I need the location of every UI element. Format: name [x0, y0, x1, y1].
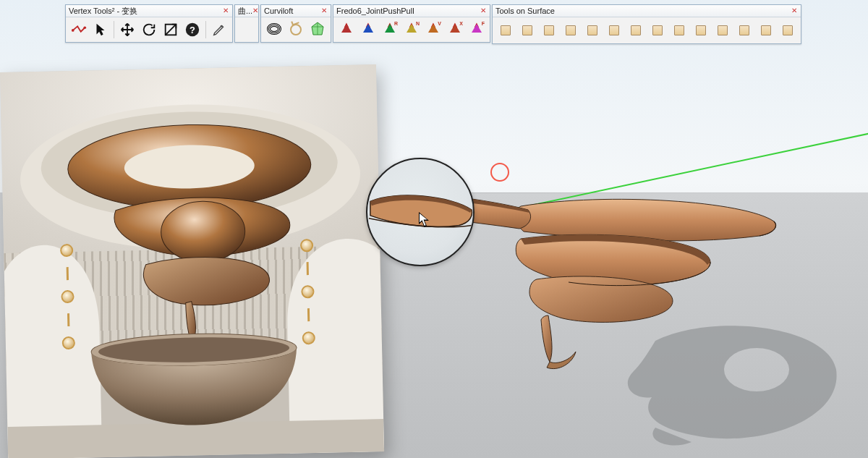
- jpp-normal-icon[interactable]: ▲N: [401, 20, 422, 40]
- separator: [205, 21, 206, 38]
- tos-tool-1-icon[interactable]: [498, 23, 513, 38]
- toolbar-title-label: 曲...: [238, 6, 252, 16]
- polyline-icon[interactable]: [69, 20, 89, 40]
- toolbar-vertex-tools: Vertex Tools² - 变换 ✕ ?: [65, 4, 233, 43]
- tos-tool-12-icon[interactable]: [737, 23, 752, 38]
- svg-text:?: ?: [190, 25, 195, 35]
- close-icon[interactable]: ✕: [320, 7, 328, 14]
- toolbar-title-label: Fredo6_JointPushPull: [336, 6, 414, 16]
- svg-point-0: [72, 29, 75, 32]
- close-icon[interactable]: ✕: [480, 7, 487, 14]
- toolbar-qu: 曲... ✕: [234, 4, 259, 43]
- tos-tool-10-icon[interactable]: [694, 23, 708, 38]
- skin-crystal-icon[interactable]: [307, 20, 328, 40]
- toolbar-curviloft: Curviloft ✕: [260, 4, 331, 43]
- bowl-graphic: [89, 330, 301, 430]
- tos-tool-13-icon[interactable]: [759, 23, 773, 38]
- toolbar-title-qu[interactable]: 曲... ✕: [235, 5, 258, 17]
- jpp-vector-icon[interactable]: ▲R: [380, 20, 400, 40]
- sconce-right: [300, 239, 315, 344]
- loop-loft-icon[interactable]: [286, 20, 306, 40]
- reference-photo-panel[interactable]: [0, 64, 384, 458]
- rotate-icon[interactable]: [139, 20, 159, 40]
- svg-point-1: [83, 26, 86, 29]
- jpp-custom-icon[interactable]: ▲F: [467, 20, 487, 40]
- close-icon[interactable]: ✕: [222, 7, 229, 14]
- tos-tool-11-icon[interactable]: [715, 23, 730, 38]
- tos-tool-2-icon[interactable]: [520, 23, 535, 38]
- tos-tool-7-icon[interactable]: [629, 23, 643, 38]
- jpp-extrude-icon[interactable]: ▲V: [423, 20, 443, 40]
- viewport-3d[interactable]: [0, 0, 868, 458]
- tos-tool-3-icon[interactable]: [542, 23, 556, 38]
- help-icon[interactable]: ?: [182, 20, 203, 40]
- tos-tool-6-icon[interactable]: [607, 23, 621, 38]
- tos-tool-4-icon[interactable]: [563, 23, 578, 38]
- toolbar-title-label: Tools on Surface: [495, 6, 555, 16]
- nested-ellipse-icon[interactable]: [264, 20, 284, 40]
- sconce-left: [60, 244, 75, 349]
- tos-tool-9-icon[interactable]: [672, 23, 686, 38]
- jpp-round-icon[interactable]: ▲: [358, 20, 378, 40]
- tos-tool-8-icon[interactable]: [650, 23, 665, 38]
- toolbar-title-label: Curviloft: [264, 6, 293, 16]
- close-icon[interactable]: ✕: [252, 7, 258, 14]
- move-icon[interactable]: [117, 20, 137, 40]
- separator: [114, 21, 114, 38]
- toolbar-row: Vertex Tools² - 变换 ✕ ?: [65, 4, 803, 44]
- toolbar-tools-on-surface: Tools on Surface ✕: [492, 4, 801, 44]
- toolbar-title-vertex[interactable]: Vertex Tools² - 变换 ✕: [66, 5, 232, 17]
- scale-icon[interactable]: [161, 20, 181, 40]
- toolbar-jointpushpull: Fredo6_JointPushPull ✕ ▲▲▲R▲N▲V▲X▲F: [333, 4, 490, 43]
- select-arrow-icon[interactable]: [90, 20, 111, 40]
- tos-tool-5-icon[interactable]: [585, 23, 600, 38]
- magnifier-lens: [366, 158, 475, 266]
- jpp-follow-icon[interactable]: ▲X: [445, 20, 465, 40]
- toolbar-title-jpp[interactable]: Fredo6_JointPushPull ✕: [333, 5, 490, 17]
- arrow-cursor-icon: [418, 211, 431, 229]
- toolbar-title-curviloft[interactable]: Curviloft ✕: [261, 5, 331, 17]
- toolbar-title-tos[interactable]: Tools on Surface ✕: [493, 5, 801, 17]
- pencil-edit-icon[interactable]: [209, 20, 229, 40]
- toolbar-title-label: Vertex Tools² - 变换: [69, 6, 137, 16]
- jpp-joint-icon[interactable]: ▲: [336, 20, 357, 40]
- close-icon[interactable]: ✕: [791, 7, 798, 14]
- tos-tool-14-icon[interactable]: [780, 23, 795, 38]
